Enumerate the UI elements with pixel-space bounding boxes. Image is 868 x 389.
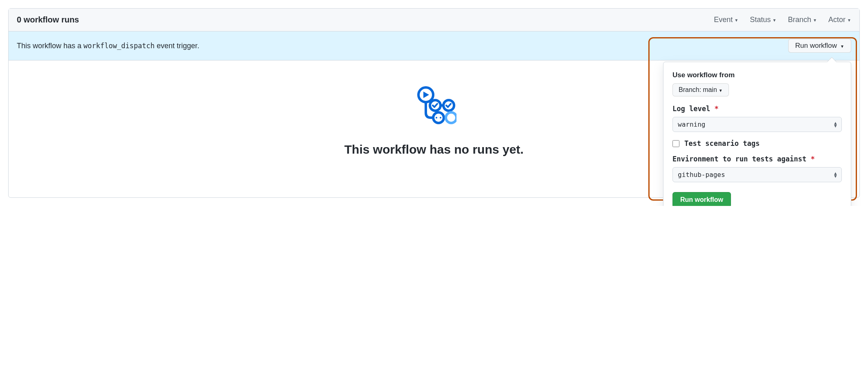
- filter-event[interactable]: Event ▼: [714, 16, 738, 24]
- filter-status[interactable]: Status ▼: [750, 16, 776, 24]
- caret-down-icon: ▼: [847, 18, 851, 22]
- filter-event-label: Event: [714, 16, 733, 24]
- workflow-empty-icon: [412, 85, 456, 131]
- caret-down-icon: ▼: [840, 44, 844, 49]
- caret-down-icon: ▼: [772, 18, 776, 22]
- environment-label: Environment to run tests against *: [672, 155, 842, 163]
- svg-point-5: [433, 112, 444, 123]
- banner-text: This workflow has a workflow_dispatch ev…: [17, 42, 199, 50]
- svg-point-8: [446, 112, 456, 123]
- workflow-runs-container: 0 workflow runs Event ▼ Status ▼ Branch …: [8, 8, 860, 198]
- log-level-label: Log level *: [672, 105, 842, 113]
- test-scenario-checkbox[interactable]: [672, 140, 679, 147]
- list-header: 0 workflow runs Event ▼ Status ▼ Branch …: [9, 9, 859, 31]
- run-workflow-label: Run workflow: [795, 42, 837, 50]
- caret-down-icon: ▼: [734, 18, 738, 22]
- run-workflow-dropdown-button[interactable]: Run workflow ▼: [788, 39, 851, 53]
- environment-select[interactable]: github-pages: [672, 167, 842, 182]
- required-asterisk: *: [811, 155, 815, 163]
- filter-status-label: Status: [750, 16, 771, 24]
- branch-value: main: [703, 86, 717, 94]
- required-asterisk: *: [714, 105, 718, 113]
- filter-bar: Event ▼ Status ▼ Branch ▼ Actor ▼: [714, 16, 851, 24]
- run-workflow-submit-button[interactable]: Run workflow: [672, 192, 731, 206]
- runs-count-heading: 0 workflow runs: [17, 15, 79, 25]
- svg-point-7: [440, 117, 441, 118]
- branch-selector-button[interactable]: Branch: main ▼: [672, 83, 729, 96]
- filter-branch[interactable]: Branch ▼: [788, 16, 817, 24]
- empty-title: This workflow has no runs yet.: [344, 143, 524, 156]
- filter-actor[interactable]: Actor ▼: [828, 16, 851, 24]
- caret-down-icon: ▼: [813, 18, 817, 22]
- caret-down-icon: ▼: [719, 88, 723, 93]
- dispatch-banner: This workflow has a workflow_dispatch ev…: [9, 31, 859, 60]
- use-workflow-from-label: Use workflow from: [672, 71, 842, 79]
- filter-branch-label: Branch: [788, 16, 811, 24]
- svg-point-6: [436, 117, 437, 118]
- test-scenario-label: Test scenario tags: [684, 139, 760, 148]
- log-level-select[interactable]: warning: [672, 117, 842, 132]
- filter-actor-label: Actor: [828, 16, 846, 24]
- branch-prefix: Branch:: [679, 86, 701, 94]
- dispatch-code: workflow_dispatch: [83, 42, 155, 50]
- run-workflow-panel: Use workflow from Branch: main ▼ Log lev…: [663, 62, 851, 206]
